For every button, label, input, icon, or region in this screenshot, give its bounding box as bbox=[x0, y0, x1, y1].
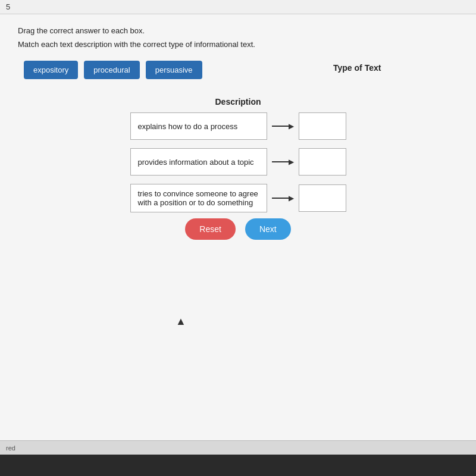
row1-container: explains how to do a process bbox=[130, 112, 346, 140]
page-number-bar: 5 bbox=[0, 0, 476, 14]
arrow-3 bbox=[272, 194, 294, 202]
description-header: Description bbox=[215, 97, 261, 107]
description-box-3: tries to convince someone to agree with … bbox=[130, 184, 267, 212]
instruction-drag: Drag the correct answer to each box. bbox=[18, 26, 458, 35]
instruction-match: Match each text description with the cor… bbox=[18, 40, 458, 49]
row2-container: provides information about a topic bbox=[130, 148, 346, 176]
drag-option-expository[interactable]: expository bbox=[24, 61, 78, 79]
description-column: Description explains how to do a process… bbox=[130, 97, 346, 221]
buttons-area: Reset Next bbox=[18, 218, 458, 240]
row3-container: tries to convince someone to agree with … bbox=[130, 184, 346, 212]
reset-button[interactable]: Reset bbox=[185, 218, 236, 240]
cursor-indicator: ▲ bbox=[176, 315, 186, 328]
page-number: 5 bbox=[6, 2, 10, 11]
answer-box-2[interactable] bbox=[299, 148, 346, 176]
bottom-bar bbox=[0, 455, 476, 476]
description-box-2: provides information about a topic bbox=[130, 148, 267, 176]
answer-box-1[interactable] bbox=[299, 112, 346, 140]
type-of-text-header-absolute: Type of Text bbox=[333, 63, 393, 73]
arrow-2 bbox=[272, 158, 294, 166]
drag-option-procedural[interactable]: procedural bbox=[84, 61, 139, 79]
main-content: Drag the correct answer to each box. Mat… bbox=[0, 14, 476, 443]
footer-bar: red bbox=[0, 440, 476, 455]
footer-text: red bbox=[6, 444, 15, 452]
arrow-1 bbox=[272, 122, 294, 130]
answer-box-3[interactable] bbox=[299, 184, 346, 212]
columns-wrapper: Description explains how to do a process… bbox=[18, 97, 458, 221]
drag-option-persuasive[interactable]: persuasive bbox=[146, 61, 202, 79]
description-box-1: explains how to do a process bbox=[130, 112, 267, 140]
next-button[interactable]: Next bbox=[245, 218, 291, 240]
